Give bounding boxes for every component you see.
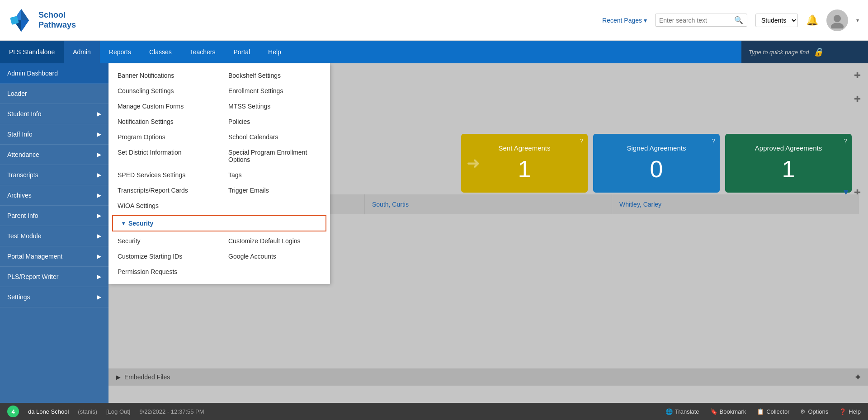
dropdown-item-policies[interactable]: Policies <box>219 114 330 129</box>
sidebar-item-archives[interactable]: Archives ▶ <box>0 185 108 206</box>
dropdown-item-permission-requests[interactable]: Permission Requests <box>108 264 219 279</box>
sent-agreements-card[interactable]: ➜ ? Sent Agreements 1 <box>461 134 588 193</box>
svg-point-6 <box>834 15 841 22</box>
nav-item-admin[interactable]: Admin <box>64 41 100 63</box>
dropdown-item-customize-default-logins[interactable]: Customize Default Logins <box>219 233 330 249</box>
cards-section: ➜ ? Sent Agreements 1 ? Signed Agreement… <box>454 127 859 200</box>
embedded-add-button[interactable]: ✚ <box>855 373 861 381</box>
nav-item-classes[interactable]: Classes <box>140 41 181 63</box>
dropdown-item-wioa-settings[interactable]: WIOA Settings <box>108 198 219 213</box>
sidebar-item-transcripts[interactable]: Transcripts ▶ <box>0 165 108 185</box>
header: School Pathways Recent Pages ▾ 🔍 Student… <box>0 0 868 41</box>
arrow-circle-icon: ➜ <box>467 154 480 173</box>
svg-point-7 <box>831 23 844 28</box>
sent-agreements-value: 1 <box>518 156 531 183</box>
approved-agreements-label: Approved Agreements <box>755 144 822 152</box>
chevron-down-icon: ▾ <box>644 17 647 24</box>
dropdown-item-manage-custom-forms[interactable]: Manage Custom Forms <box>108 99 219 114</box>
sidebar-item-loader[interactable]: Loader <box>0 84 108 104</box>
sent-agreements-label: Sent Agreements <box>498 144 550 152</box>
dropdown-item-program-options[interactable]: Program Options <box>108 129 219 145</box>
logo-text: School Pathways <box>38 10 76 30</box>
lock-icon: 🔒 <box>813 47 823 57</box>
expand-arrow-icon: ▶ <box>116 373 121 381</box>
arrow-icon: ▶ <box>97 233 101 239</box>
arrow-icon: ▶ <box>97 294 101 300</box>
dropdown-item-security[interactable]: Security <box>108 233 219 249</box>
embedded-files-bar[interactable]: ▶ Embedded Files ✚ <box>108 368 868 386</box>
dropdown-item-tags[interactable]: Tags <box>219 167 330 183</box>
sidebar-item-portal-management[interactable]: Portal Management ▶ <box>0 246 108 267</box>
sidebar-item-attendance[interactable]: Attendance ▶ <box>0 145 108 165</box>
dropdown-item-trigger-emails[interactable]: Trigger Emails <box>219 183 330 198</box>
students-select[interactable]: Students <box>755 14 798 27</box>
signed-agreements-value: 0 <box>650 156 663 183</box>
arrow-icon: ▶ <box>97 192 101 198</box>
dropdown-item-special-program-enrollment-options[interactable]: Special Program Enrollment Options <box>219 145 330 167</box>
nav-item-help[interactable]: Help <box>259 41 290 63</box>
dropdown-item-school-calendars[interactable]: School Calendars <box>219 129 330 145</box>
chevron-down-icon: ▾ <box>122 220 125 227</box>
info-icon: ? <box>712 137 715 145</box>
dropdown-item-bookshelf-settings[interactable]: Bookshelf Settings <box>219 68 330 83</box>
sidebar-item-test-module[interactable]: Test Module ▶ <box>0 226 108 246</box>
sidebar-item-settings[interactable]: Settings ▶ <box>0 287 108 307</box>
bell-icon[interactable]: 🔔 <box>806 14 818 26</box>
avatar-caret-icon: ▾ <box>856 17 859 24</box>
dropdown-item-transcripts-report-cards[interactable]: Transcripts/Report Cards <box>108 183 219 198</box>
info-icon: ? <box>844 137 847 145</box>
arrow-icon: ▶ <box>97 172 101 178</box>
avatar[interactable] <box>826 9 848 31</box>
signed-agreements-label: Signed Agreements <box>627 144 686 152</box>
recent-pages-button[interactable]: Recent Pages ▾ <box>602 17 647 24</box>
arrow-icon: ▶ <box>97 274 101 280</box>
arrow-icon: ▶ <box>97 131 101 137</box>
quick-find-input[interactable]: Type to quick page find 🔒 <box>741 41 868 63</box>
dropdown-item-set-district-information[interactable]: Set District Information <box>108 145 219 167</box>
approved-agreements-card[interactable]: ? Approved Agreements 1 <box>725 134 852 193</box>
dropdown-content: Banner Notifications Bookshelf Settings … <box>108 63 330 284</box>
arrow-icon: ▶ <box>97 253 101 260</box>
dropdown-item-counseling-settings[interactable]: Counseling Settings <box>108 83 219 99</box>
table-col-south[interactable]: South, Curtis <box>365 194 612 214</box>
navbar: PLS Standalone Admin Reports Classes Tea… <box>0 41 868 63</box>
nav-item-teachers[interactable]: Teachers <box>181 41 225 63</box>
main-layout: Admin Dashboard Loader Student Info ▶ St… <box>0 63 868 403</box>
info-icon: ? <box>580 137 583 145</box>
svg-marker-4 <box>21 20 29 32</box>
sidebar-item-student-info[interactable]: Student Info ▶ <box>0 104 108 124</box>
school-pathways-logo-icon <box>9 7 34 34</box>
sidebar-item-pls-report-writer[interactable]: PLS/Report Writer ▶ <box>0 267 108 287</box>
search-icon: 🔍 <box>734 16 743 24</box>
approved-agreements-value: 1 <box>782 156 795 183</box>
dropdown-item-mtss-settings[interactable]: MTSS Settings <box>219 99 330 114</box>
sidebar: Admin Dashboard Loader Student Info ▶ St… <box>0 63 108 403</box>
nav-item-pls-standalone[interactable]: PLS Standalone <box>0 41 64 63</box>
logo-area: School Pathways <box>9 7 108 34</box>
dropdown-item-notification-settings[interactable]: Notification Settings <box>108 114 219 129</box>
svg-marker-2 <box>21 9 29 20</box>
arrow-icon: ▶ <box>97 212 101 219</box>
nav-item-portal[interactable]: Portal <box>225 41 259 63</box>
admin-dropdown-menu: Banner Notifications Bookshelf Settings … <box>108 63 330 284</box>
sidebar-item-admin-dashboard[interactable]: Admin Dashboard <box>0 63 108 84</box>
add-button-top[interactable]: ✚ <box>854 71 861 80</box>
search-box: 🔍 <box>655 14 747 27</box>
arrow-icon: ▶ <box>97 111 101 117</box>
table-col-whitley[interactable]: Whitley, Carley <box>612 194 859 214</box>
dropdown-item-sped-services-settings[interactable]: SPED Services Settings <box>108 167 219 183</box>
security-section-header[interactable]: ▾ Security <box>112 215 326 231</box>
arrow-icon: ▶ <box>97 151 101 158</box>
dropdown-item-enrollment-settings[interactable]: Enrollment Settings <box>219 83 330 99</box>
dropdown-item-google-accounts[interactable]: Google Accounts <box>219 249 330 264</box>
dropdown-item-customize-starting-ids[interactable]: Customize Starting IDs <box>108 249 219 264</box>
add-button-2[interactable]: ✚ <box>854 94 861 104</box>
nav-item-reports[interactable]: Reports <box>100 41 140 63</box>
sidebar-item-staff-info[interactable]: Staff Info ▶ <box>0 124 108 145</box>
sidebar-item-parent-info[interactable]: Parent Info ▶ <box>0 206 108 226</box>
dropdown-item-banner-notifications[interactable]: Banner Notifications <box>108 68 219 83</box>
signed-agreements-card[interactable]: ? Signed Agreements 0 <box>593 134 720 193</box>
header-right: Recent Pages ▾ 🔍 Students 🔔 ▾ <box>602 9 859 31</box>
search-input[interactable] <box>659 17 731 24</box>
